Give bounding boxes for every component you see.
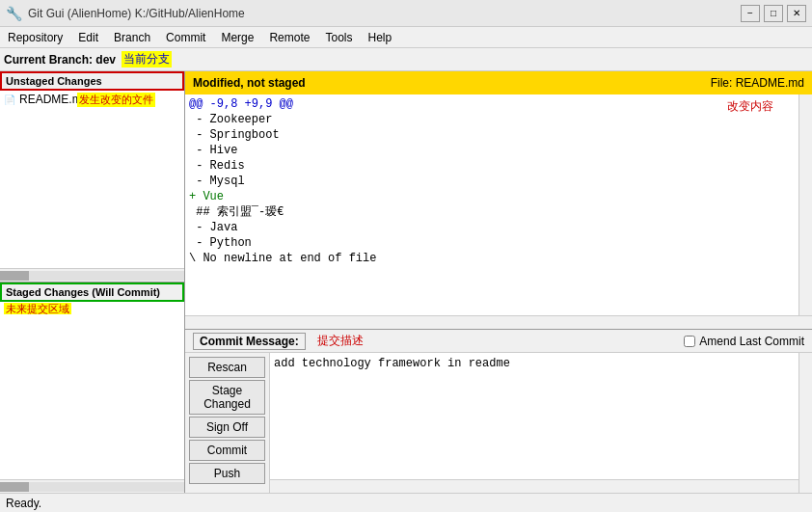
diff-file: File: README.md <box>711 76 804 90</box>
staged-header: Staged Changes (Will Commit) <box>0 283 184 302</box>
maximize-button[interactable]: □ <box>764 5 783 22</box>
unstaged-annotation: 发生改变的文件 <box>77 93 155 107</box>
commit-body: 步骤 1 2 3 4 ↓ Rescan Stage Changed Sign O… <box>185 353 812 493</box>
branch-chinese-label: 当前分支 <box>122 51 172 67</box>
diff-status: Modified, not staged <box>193 76 306 90</box>
staged-scrollbar-thumb <box>0 482 29 492</box>
title-bar-left: 🔧 Git Gui (AlienHome) K:/GitHub/AlienHom… <box>6 6 245 21</box>
menu-branch[interactable]: Branch <box>106 29 158 46</box>
unstaged-header: Unstaged Changes <box>0 71 184 91</box>
staged-scrollbar-track <box>0 482 184 492</box>
menu-bar: Repository Edit Branch Commit Merge Remo… <box>0 27 812 48</box>
diff-view: Modified, not staged File: README.md @@ … <box>185 71 812 329</box>
sign-off-button[interactable]: Sign Off <box>189 417 265 438</box>
amend-area: Amend Last Commit <box>684 335 804 348</box>
diff-line: - Zookeeper <box>189 112 808 127</box>
unstaged-files-list: 📄 README.md 发生改变的文件 <box>0 91 184 268</box>
commit-scrollbar-v[interactable] <box>798 353 812 493</box>
menu-edit[interactable]: Edit <box>70 29 106 46</box>
commit-describe: 提交描述 <box>317 333 364 349</box>
diff-outer: @@ -9,8 +9,9 @@ - Zookeeper - Springboot… <box>185 94 812 315</box>
staged-files-list: 未来提交区域 <box>0 302 184 479</box>
commit-textarea[interactable] <box>270 353 798 479</box>
diff-scrollbar-h[interactable] <box>185 315 812 329</box>
minimize-button[interactable]: − <box>741 5 760 22</box>
commit-message-label: Commit Message: <box>193 333 306 350</box>
commit-buttons-panel: 步骤 1 2 3 4 ↓ Rescan Stage Changed Sign O… <box>185 353 270 493</box>
file-icon: 📄 <box>4 94 15 105</box>
diff-line: @@ -9,8 +9,9 @@ <box>189 96 808 112</box>
window-title: Git Gui (AlienHome) K:/GitHub/AlienHome <box>28 7 245 20</box>
commit-button[interactable]: Commit <box>189 440 265 461</box>
diff-line: - Java <box>189 220 808 235</box>
commit-panel: Commit Message: 提交描述 Amend Last Commit 步… <box>185 329 812 493</box>
diff-line: \ No newline at end of file <box>189 251 808 266</box>
diff-header: Modified, not staged File: README.md <box>185 71 812 94</box>
title-bar: 🔧 Git Gui (AlienHome) K:/GitHub/AlienHom… <box>0 0 812 27</box>
staged-section: Staged Changes (Will Commit) 未来提交区域 <box>0 283 184 493</box>
staged-scrollbar[interactable] <box>0 479 184 493</box>
push-button[interactable]: Push <box>189 463 265 484</box>
diff-line: - Mysql <box>189 174 808 189</box>
status-bar: Ready. <box>0 493 812 512</box>
staged-annotation: 未来提交区域 <box>4 303 71 314</box>
left-panel: Unstaged Changes 📄 README.md 发生改变的文件 Sta… <box>0 71 185 493</box>
commit-header: Commit Message: 提交描述 Amend Last Commit <box>185 330 812 353</box>
diff-content[interactable]: @@ -9,8 +9,9 @@ - Zookeeper - Springboot… <box>185 94 812 315</box>
close-button[interactable]: ✕ <box>787 5 806 22</box>
diff-line: + Vue <box>189 189 808 204</box>
rescan-button[interactable]: Rescan <box>189 357 265 378</box>
amend-label: Amend Last Commit <box>699 335 804 348</box>
app-icon: 🔧 <box>6 6 22 21</box>
stage-changed-button[interactable]: Stage Changed <box>189 380 265 415</box>
menu-remote[interactable]: Remote <box>261 29 317 46</box>
diff-line: - Redis <box>189 158 808 174</box>
main-content: Unstaged Changes 📄 README.md 发生改变的文件 Sta… <box>0 71 812 493</box>
menu-help[interactable]: Help <box>360 29 399 46</box>
window-controls[interactable]: − □ ✕ <box>741 5 806 22</box>
commit-scrollbar-h[interactable] <box>270 479 798 493</box>
status-text: Ready. <box>6 497 41 510</box>
menu-repository[interactable]: Repository <box>0 29 70 46</box>
amend-checkbox[interactable] <box>684 336 695 347</box>
menu-tools[interactable]: Tools <box>317 29 360 46</box>
diff-line: - Python <box>189 235 808 251</box>
unstaged-section: Unstaged Changes 📄 README.md 发生改变的文件 <box>0 71 184 283</box>
unstaged-scrollbar-track <box>0 271 184 281</box>
branch-bar: Current Branch: dev 当前分支 <box>0 48 812 71</box>
menu-merge[interactable]: Merge <box>213 29 261 46</box>
diff-scrollbar-v[interactable] <box>798 94 812 315</box>
menu-commit[interactable]: Commit <box>158 29 213 46</box>
unstaged-scrollbar[interactable] <box>0 268 184 282</box>
right-panel: Modified, not staged File: README.md @@ … <box>185 71 812 493</box>
current-branch-label: Current Branch: dev <box>4 53 116 67</box>
unstaged-scrollbar-thumb <box>0 271 29 281</box>
diff-line: - Hive <box>189 143 808 158</box>
diff-line: - Springboot <box>189 127 808 143</box>
commit-message-area <box>270 353 798 493</box>
diff-line: ## 索引盟¯-瑷€ <box>189 204 808 220</box>
